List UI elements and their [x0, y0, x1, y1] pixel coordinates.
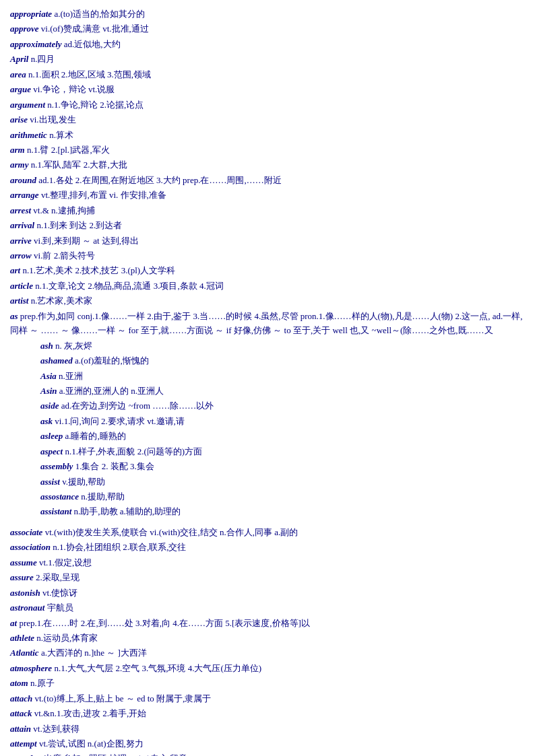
- entry-attain: attain vt.达到,获得: [10, 722, 525, 736]
- entry-def-Asin: a.亚洲的,亚洲人的 n.亚洲人: [57, 386, 164, 396]
- entry-argue: argue vi.争论，辩论 vt.说服: [10, 82, 525, 96]
- entry-arithmetic: arithmetic n.算术: [10, 128, 525, 142]
- entry-word-attend: attend: [10, 753, 32, 756]
- entry-aside: aside ad.在旁边,到旁边 ~from ……除……以外: [10, 399, 525, 413]
- entry-word-approve: approve: [10, 24, 39, 34]
- entry-def-arm: n.1.臂 2.[pl.]武器,军火: [25, 145, 110, 155]
- entry-attack: attack vt.&n.1.攻击,进攻 2.着手,开始: [10, 706, 525, 720]
- entry-associate: associate vt.(with)使发生关系,使联合 vi.(with)交往…: [10, 525, 525, 539]
- entry-word-ask: ask: [40, 416, 53, 426]
- entry-def-Asia: n.亚洲: [57, 371, 83, 381]
- entry-assume: assume vt.1.假定,设想: [10, 555, 525, 570]
- entry-def-assostance: n.援助,帮助: [79, 491, 125, 502]
- entry-def-argument: n.1.争论,辩论 2.论据,论点: [45, 100, 144, 110]
- entry-astonish: astonish vt.使惊讶: [10, 586, 525, 600]
- entry-def-athlete: n.运动员,体育家: [34, 633, 98, 643]
- entry-def-attack: vt.&n.1.攻击,进攻 2.着手,开始: [32, 708, 147, 718]
- entry-word-astronaut: astronaut: [10, 603, 44, 613]
- entry-arrange: arrange vt.整理,排列,布置 vi. 作安排,准备: [10, 188, 525, 202]
- entry-word-artist: artist: [10, 296, 28, 306]
- entry-army: army n.1.军队,陆军 2.大群,大批: [10, 158, 525, 172]
- entry-argument: argument n.1.争论,辩论 2.论据,论点: [10, 98, 525, 112]
- entry-def-associate: vt.(with)使发生关系,使联合 vi.(with)交往,结交 n.合作人,…: [42, 527, 298, 537]
- entry-def-assume: vt.1.假定,设想: [37, 557, 92, 568]
- entry-word-Atlantic: Atlantic: [10, 648, 39, 658]
- entry-def-art: n.1.艺术,美术 2.技术,技艺 3.(pl)人文学科: [20, 265, 175, 275]
- entry-def-arrange: vt.整理,排列,布置 vi. 作安排,准备: [39, 190, 166, 200]
- entry-ash: ash n. 灰,灰烬: [10, 339, 525, 353]
- entry-word-arrest: arrest: [10, 205, 31, 215]
- entry-def-astonish: vt.使惊讶: [40, 588, 78, 598]
- entry-as: as prep.作为,如同 conj.1.像……一样 2.由于,鉴于 3.当………: [10, 309, 525, 338]
- entry-word-asleep: asleep: [40, 431, 63, 441]
- entry-def-assembly: 1.集合 2. 装配 3.集会: [73, 461, 154, 471]
- entry-assist: assist v.援助,帮助: [10, 475, 525, 489]
- entry-def-atmosphere: n.1.大气,大气层 2.空气 3.气氛,环境 4.大气压(压力单位): [52, 663, 261, 673]
- entry-around: around ad.1.各处 2.在周围,在附近地区 3.大约 prep.在………: [10, 173, 525, 187]
- entry-arrive: arrive vi.到,来到期 ～ at 达到,得出: [10, 234, 525, 248]
- entry-at: at prep.1.在……时 2.在,到……处 3.对着,向 4.在……方面 5…: [10, 616, 525, 630]
- entry-def-association: n.1.协会,社团组织 2.联合,联系,交往: [51, 542, 187, 552]
- entry-def-army: n.1.军队,陆军 2.大群,大批: [28, 160, 127, 170]
- entry-athlete: athlete n.运动员,体育家: [10, 631, 525, 645]
- entry-art: art n.1.艺术,美术 2.技术,技艺 3.(pl)人文学科: [10, 263, 525, 277]
- entry-word-attain: attain: [10, 724, 31, 734]
- entry-def-ashamed: a.(of)羞耻的,惭愧的: [73, 355, 149, 366]
- entry-attach: attach vt.(to)缚上,系上,贴上 be ～ ed to 附属于,隶属…: [10, 691, 525, 706]
- entry-astronaut: astronaut 宇航员: [10, 600, 525, 615]
- entry-def-arise: vi.出现,发生: [28, 114, 76, 125]
- entry-def-arrive: vi.到,来到期 ～ at 达到,得出: [32, 236, 139, 246]
- entry-def-attend: vt.出席,参加 v.照顾,护理 vi.(to)专心,留意: [32, 753, 187, 756]
- entry-word-arrive: arrive: [10, 236, 32, 246]
- entry-word-Asia: Asia: [40, 371, 57, 381]
- entry-def-ash: n. 灰,灰烬: [53, 341, 93, 351]
- entry-def-attempt: vt.尝试,试图 n.(at)企图,努力: [37, 738, 144, 749]
- entry-attempt: attempt vt.尝试,试图 n.(at)企图,努力: [10, 736, 525, 751]
- entry-assure: assure 2.采取,呈现: [10, 570, 525, 584]
- entry-def-appropriate: a.(to)适当的,恰如其分的: [52, 9, 145, 19]
- entry-def-approve: vi.(of)赞成,满意 vt.批准,通过: [39, 24, 149, 34]
- entry-word-attack: attack: [10, 708, 32, 718]
- entry-April: April n.四月: [10, 52, 525, 66]
- spacer-33: [10, 520, 525, 525]
- entry-def-aspect: n.1.样子,外表,面貌 2.(问题等的)方面: [63, 446, 202, 456]
- entry-def-atom: n.原子: [28, 678, 55, 688]
- entry-word-Asin: Asin: [40, 386, 57, 396]
- entry-word-argument: argument: [10, 100, 45, 110]
- entry-def-asleep: a.睡着的,睡熟的: [63, 431, 126, 441]
- entry-word-arm: arm: [10, 145, 25, 155]
- entry-def-arrest: vt.& n.逮捕,拘捕: [31, 205, 95, 215]
- entry-def-arrival: n.1.到来 到达 2.到达者: [34, 220, 122, 230]
- entry-word-assume: assume: [10, 557, 37, 568]
- entry-atmosphere: atmosphere n.1.大气,大气层 2.空气 3.气氛,环境 4.大气压…: [10, 661, 525, 675]
- entry-def-astronaut: 宇航员: [44, 603, 73, 613]
- entry-def-approximately: ad.近似地,大约: [62, 39, 121, 49]
- entry-word-arrange: arrange: [10, 190, 39, 200]
- entry-def-article: n.1.文章,论文 2.物品,商品,流通 3.项目,条款 4.冠词: [33, 281, 224, 291]
- entry-def-area: n.1.面积 2.地区,区域 3.范围,领域: [26, 69, 151, 79]
- entry-def-assistant: n.助手,助教 a.辅助的,助理的: [71, 506, 181, 516]
- entry-word-aside: aside: [40, 401, 59, 411]
- entry-ask: ask vi.1.问,询问 2.要求,请求 vt.邀请,请: [10, 414, 525, 428]
- entry-def-arrow: vi.前 2.箭头符号: [32, 250, 96, 261]
- entry-word-association: association: [10, 542, 51, 552]
- entry-word-aspect: aspect: [40, 446, 63, 456]
- entry-approximately: approximately ad.近似地,大约: [10, 37, 525, 51]
- entry-word-astonish: astonish: [10, 588, 40, 598]
- entry-arm: arm n.1.臂 2.[pl.]武器,军火: [10, 143, 525, 157]
- entry-attend: attend vt.出席,参加 v.照顾,护理 vi.(to)专心,留意: [10, 751, 525, 756]
- entry-word-at: at: [10, 618, 17, 628]
- entry-atom: atom n.原子: [10, 676, 525, 690]
- entry-word-ashamed: ashamed: [40, 355, 73, 366]
- entry-word-April: April: [10, 54, 28, 64]
- entry-word-associate: associate: [10, 527, 42, 537]
- entry-def-arithmetic: n.算术: [47, 130, 73, 140]
- entry-word-around: around: [10, 175, 36, 185]
- entry-word-arrival: arrival: [10, 220, 34, 230]
- entry-ashamed: ashamed a.(of)羞耻的,惭愧的: [10, 353, 525, 368]
- entry-word-as: as: [10, 311, 18, 321]
- entry-arrival: arrival n.1.到来 到达 2.到达者: [10, 218, 525, 232]
- entry-word-argue: argue: [10, 84, 31, 94]
- entry-word-approximately: approximately: [10, 39, 62, 49]
- entry-appropriate: appropriate a.(to)适当的,恰如其分的: [10, 7, 525, 21]
